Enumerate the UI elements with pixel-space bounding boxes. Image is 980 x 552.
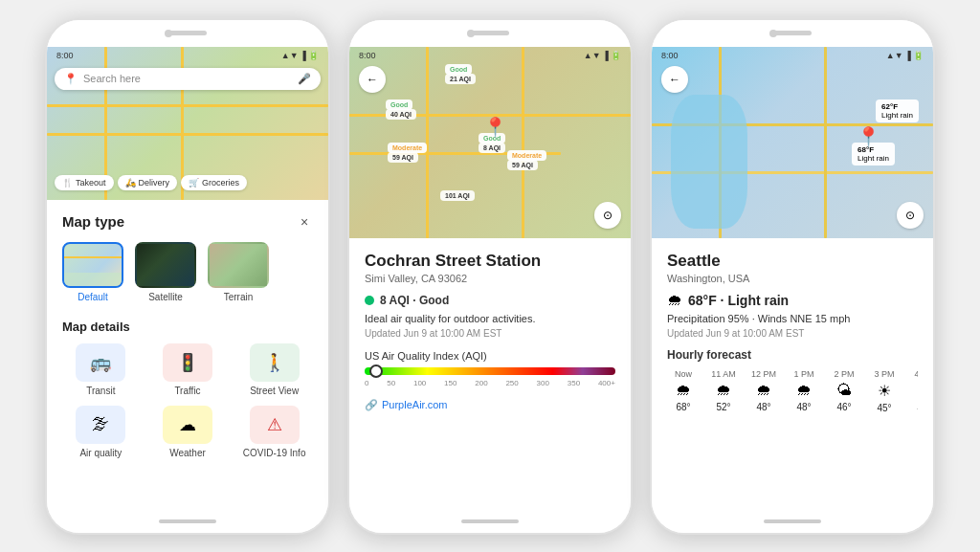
- status-bar-3: 8:00 ▲▼ ▐ 🔋: [652, 51, 933, 60]
- detail-traffic[interactable]: 🚦 Traffic: [149, 343, 227, 396]
- phone-2-top-bar: [349, 20, 631, 47]
- hourly-icon-0: 🌧: [676, 382, 691, 399]
- hourly-item-1pm: 1 PM 🌧 48°: [788, 369, 820, 413]
- phone-2-bottom: [349, 510, 631, 533]
- aqi-badge-59-2: 59 AQI: [507, 160, 538, 170]
- satellite-thumb: [135, 242, 196, 288]
- purpleair-text: PurpleAir.com: [382, 399, 447, 410]
- phone-3-bottom: [652, 510, 933, 533]
- phone-1-bottom: [47, 510, 328, 533]
- phone-3-top-bar: [652, 20, 933, 47]
- phone-1-top-bar: [47, 20, 328, 47]
- status-bar-2: 8:00 ▲▼ ▐ 🔋: [349, 51, 631, 60]
- map-type-terrain[interactable]: Terrain: [208, 242, 269, 302]
- hourly-forecast-row: Now 🌧 68° 11 AM 🌧 52° 12 PM 🌧 48°: [667, 369, 918, 413]
- weather-map: 8:00 ▲▼ ▐ 🔋 ← ⊙ 62°F Light rain 68°F L: [652, 47, 933, 238]
- delivery-icon: 🛵: [125, 178, 136, 188]
- aqi-badge-moderate-2: Moderate: [507, 150, 546, 161]
- map-type-title: Map type: [62, 213, 124, 230]
- weather-temp: 68°F · Light rain: [688, 293, 789, 308]
- maps-pin-icon: 📍: [64, 73, 78, 85]
- aqi-badge-8: 8 AQI: [479, 143, 505, 153]
- hourly-icon-1: 🌧: [716, 382, 731, 399]
- hourly-icon-4: 🌤: [836, 382, 852, 399]
- hourly-item-2pm: 2 PM 🌤 46°: [828, 369, 860, 413]
- weather-badge-62: 62°F Light rain: [876, 99, 919, 122]
- aqi-badge-40: 40 AQI: [386, 109, 416, 120]
- chip-delivery[interactable]: 🛵 Delivery: [118, 175, 178, 190]
- weather-main-row: 🌧 68°F · Light rain: [667, 292, 918, 309]
- chip-groceries[interactable]: 🛒 Groceries: [181, 175, 247, 190]
- aqi-badge-21: 21 AQI: [445, 74, 476, 84]
- detail-streetview[interactable]: 🚶 Street View: [235, 343, 313, 396]
- phone-2: 8:00 ▲▼ ▐ 🔋 ← ⊙ Good 21 AQI Good 40 AQI …: [347, 18, 633, 535]
- default-thumb: [62, 242, 123, 288]
- camera-3: [769, 30, 777, 37]
- phone-3-content: 8:00 ▲▼ ▐ 🔋 ← ⊙ 62°F Light rain 68°F L: [652, 47, 933, 510]
- phone-3: 8:00 ▲▼ ▐ 🔋 ← ⊙ 62°F Light rain 68°F L: [650, 18, 935, 535]
- search-bar[interactable]: 📍 Search here 🎤: [55, 68, 321, 90]
- time-3: 8:00: [661, 51, 679, 60]
- traffic-icon: 🚦: [163, 343, 212, 382]
- hourly-icon-3: 🌧: [796, 382, 812, 399]
- weather-detail-icon: ☁: [163, 406, 212, 444]
- aqi-bar-label: US Air Quality Index (AQI): [365, 350, 615, 362]
- back-button-2[interactable]: ←: [359, 66, 386, 93]
- detail-weather[interactable]: ☁ Weather: [149, 406, 227, 458]
- phone-2-content: 8:00 ▲▼ ▐ 🔋 ← ⊙ Good 21 AQI Good 40 AQI …: [349, 47, 631, 510]
- locate-button-3[interactable]: ⊙: [897, 202, 924, 229]
- groceries-icon: 🛒: [189, 178, 199, 188]
- map-type-panel: Map type × Default Satellite: [47, 200, 328, 510]
- covid-icon: ⚠: [250, 406, 300, 444]
- hourly-item-12pm: 12 PM 🌧 48°: [747, 369, 780, 413]
- aqi-updated: Updated Jun 9 at 10:00 AM EST: [365, 328, 615, 339]
- hourly-item-3pm: 3 PM ☀ 45°: [868, 369, 901, 413]
- phones-container: 8:00 ▲▼ ▐ 🔋 📍 Search here 🎤 🍴 Takeout: [26, 0, 954, 552]
- search-placeholder: Search here: [83, 73, 141, 84]
- aqi-badge-good-1: Good: [445, 64, 472, 75]
- detail-transit[interactable]: 🚌 Transit: [62, 343, 140, 396]
- map-details-title: Map details: [62, 320, 313, 334]
- aqi-badge-59-1: 59 AQI: [388, 152, 418, 163]
- station-address: Simi Valley, CA 93062: [365, 273, 615, 284]
- purpleair-link[interactable]: 🔗 PurpleAir.com: [365, 399, 615, 411]
- locate-button-2[interactable]: ⊙: [594, 202, 621, 229]
- status-icons-3: ▲▼ ▐ 🔋: [886, 51, 924, 60]
- weather-updated: Updated Jun 9 at 10:00 AM EST: [667, 328, 918, 339]
- hourly-forecast-title: Hourly forecast: [667, 348, 918, 362]
- map-type-default[interactable]: Default: [62, 242, 123, 302]
- home-indicator-1: [159, 519, 216, 523]
- close-button[interactable]: ×: [296, 213, 313, 231]
- streetview-icon: 🚶: [250, 343, 300, 382]
- speaker-1: [168, 31, 207, 35]
- weather-info-panel: Seattle Washington, USA 🌧 68°F · Light r…: [652, 238, 933, 510]
- weather-precipitation: Precipitation 95% · Winds NNE 15 mph: [667, 313, 918, 324]
- camera-2: [467, 30, 475, 37]
- aqi-badge-101: 101 AQI: [440, 190, 475, 201]
- map-details-grid: 🚌 Transit 🚦 Traffic 🚶 Street View 🌫 Air …: [62, 343, 313, 458]
- aqi-value-text: 8 AQI · Good: [380, 294, 449, 307]
- status-icons-1: ▲▼ ▐ 🔋: [281, 51, 319, 60]
- chip-takeout[interactable]: 🍴 Takeout: [55, 175, 114, 190]
- speaker-2: [471, 31, 509, 35]
- hourly-icon-2: 🌧: [756, 382, 771, 399]
- aqi-scale: 0 50 100 150 200 250 300 350 400+: [365, 379, 615, 387]
- detail-airquality[interactable]: 🌫 Air quality: [62, 406, 140, 458]
- phone-1: 8:00 ▲▼ ▐ 🔋 📍 Search here 🎤 🍴 Takeout: [45, 18, 330, 535]
- map-type-grid: Default Satellite Terrain: [62, 242, 313, 302]
- map-type-satellite[interactable]: Satellite: [135, 242, 196, 302]
- map-chips: 🍴 Takeout 🛵 Delivery 🛒 Groceries: [47, 175, 255, 190]
- hourly-item-4pm: 4 PM ☀ 45°: [908, 369, 918, 413]
- external-link-icon: 🔗: [365, 399, 378, 411]
- time-2: 8:00: [359, 51, 376, 60]
- back-button-3[interactable]: ←: [661, 66, 688, 93]
- phone-1-content: 8:00 ▲▼ ▐ 🔋 📍 Search here 🎤 🍴 Takeout: [47, 47, 328, 510]
- detail-covid[interactable]: ⚠ COVID-19 Info: [235, 406, 313, 458]
- transit-icon: 🚌: [76, 343, 125, 382]
- home-indicator-2: [461, 519, 519, 523]
- mic-icon: 🎤: [298, 73, 311, 85]
- aqi-bar: [365, 367, 615, 375]
- default-label: Default: [78, 292, 108, 302]
- aqi-description: Ideal air quality for outdoor activities…: [365, 313, 615, 324]
- city-name: Seattle: [667, 252, 918, 271]
